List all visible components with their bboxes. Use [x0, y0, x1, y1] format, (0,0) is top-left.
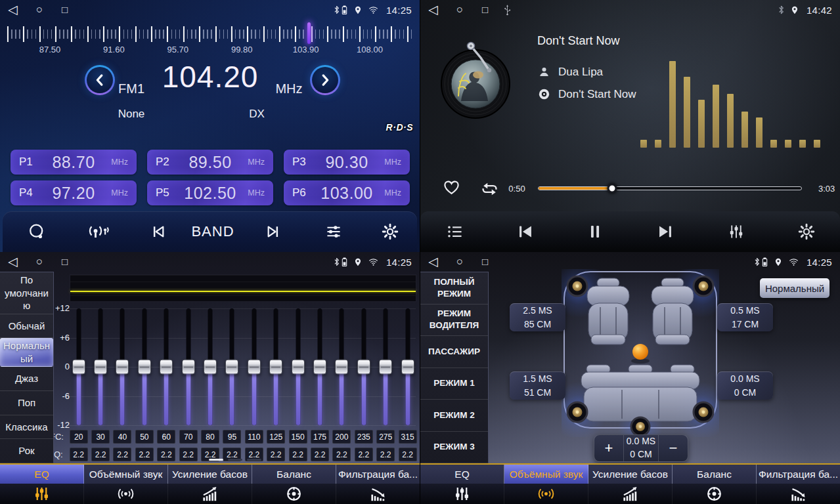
eq-preset-item-1[interactable]: Обычай — [0, 314, 53, 339]
tuner-scale[interactable]: 87.5091.6095.7099.80103.90108.00 — [0, 21, 420, 54]
preset-button-p3[interactable]: P390.30MHz — [284, 150, 410, 175]
eq-slider-knob[interactable] — [269, 360, 282, 375]
q-value-box[interactable]: 2.2 — [355, 448, 373, 461]
fc-value-box[interactable]: 20 — [70, 430, 88, 444]
listening-mode-item-3[interactable]: РЕЖИМ 1 — [420, 368, 488, 400]
audio-settings-button[interactable] — [325, 223, 343, 241]
balance-icon[interactable] — [252, 484, 336, 504]
eq-band-slider-12[interactable] — [335, 308, 348, 425]
tab-eq-sliders[interactable]: EQ — [0, 465, 84, 484]
page-indicator-dot[interactable] — [247, 459, 261, 461]
eq-band-slider-11[interactable] — [313, 308, 326, 425]
broadcast-button[interactable] — [87, 223, 110, 241]
increase-delay-button[interactable]: + — [594, 435, 623, 461]
eq-band-slider-2[interactable] — [116, 308, 129, 425]
q-value-box[interactable]: 2.2 — [135, 448, 154, 461]
eq-slider-knob[interactable] — [94, 360, 107, 375]
eq-slider-knob[interactable] — [182, 360, 195, 375]
eq-band-slider-6[interactable] — [204, 308, 217, 425]
eq-band-slider-9[interactable] — [269, 308, 282, 425]
tab-eq-sliders[interactable]: EQ — [420, 465, 504, 484]
fc-value-box[interactable]: 275 — [376, 430, 395, 444]
repeat-button[interactable] — [479, 180, 500, 198]
nav-recents-icon[interactable]: □ — [482, 0, 488, 20]
q-value-box[interactable]: 2.2 — [332, 448, 351, 461]
listening-mode-item-0[interactable]: ПОЛНЫЙ РЕЖИМ — [420, 272, 488, 304]
eq-band-slider-4[interactable] — [160, 308, 173, 425]
balance-icon[interactable] — [673, 484, 757, 504]
preset-button-p1[interactable]: P188.70MHz — [11, 150, 137, 175]
tab-filter[interactable]: Фильтрация ба... — [757, 465, 840, 484]
listening-mode-item-2[interactable]: ПАССАЖИР — [420, 336, 488, 368]
fc-value-box[interactable]: 175 — [311, 430, 329, 444]
q-value-box[interactable]: 2.2 — [157, 448, 175, 461]
fc-value-box[interactable]: 315 — [399, 430, 417, 444]
listening-mode-item-4[interactable]: РЕЖИМ 2 — [420, 400, 488, 432]
eq-slider-knob[interactable] — [379, 360, 392, 375]
settings-button[interactable] — [798, 223, 816, 241]
eq-slider-knob[interactable] — [401, 360, 414, 375]
eq-slider-knob[interactable] — [357, 360, 370, 375]
eq-slider-knob[interactable] — [204, 360, 217, 375]
eq-band-slider-5[interactable] — [182, 308, 195, 425]
filter-icon[interactable] — [336, 484, 420, 504]
eq-preset-item-6[interactable]: Рок — [0, 439, 53, 463]
nav-back-icon[interactable]: ◁ — [8, 252, 18, 272]
fc-value-box[interactable]: 50 — [135, 430, 154, 444]
nav-home-icon[interactable]: ○ — [456, 252, 463, 272]
fc-value-box[interactable]: 235 — [355, 430, 373, 444]
tab-balance[interactable]: Баланс — [252, 465, 336, 484]
page-indicator-dot[interactable] — [228, 459, 242, 461]
fc-value-box[interactable]: 80 — [201, 430, 219, 444]
decrease-delay-button[interactable]: − — [659, 435, 688, 461]
eq-sliders-icon[interactable] — [420, 484, 504, 504]
nav-recents-icon[interactable]: □ — [482, 252, 488, 272]
fc-value-box[interactable]: 40 — [113, 430, 131, 444]
q-value-box[interactable]: 2.2 — [399, 448, 417, 461]
eq-band-slider-3[interactable] — [138, 308, 151, 425]
equalizer-button[interactable] — [728, 223, 745, 241]
fc-value-box[interactable]: 60 — [157, 430, 175, 444]
previous-button[interactable] — [150, 223, 167, 241]
preset-button-p6[interactable]: P6103.00MHz — [284, 180, 410, 205]
next-button[interactable] — [265, 223, 282, 241]
bass-boost-icon[interactable] — [588, 484, 673, 504]
tab-bass-boost[interactable]: Усиление басов — [588, 465, 673, 484]
surround-sound-icon[interactable] — [84, 484, 168, 504]
preset-button-p4[interactable]: P497.20MHz — [11, 180, 137, 205]
progress-bar[interactable] — [538, 186, 802, 190]
listening-mode-item-5[interactable]: РЕЖИМ 3 — [420, 432, 488, 464]
q-value-box[interactable]: 2.2 — [70, 448, 88, 461]
eq-band-slider-0[interactable] — [72, 308, 85, 425]
delay-rear-left[interactable]: 1.5 MS 51 CM — [510, 371, 565, 400]
q-value-box[interactable]: 2.2 — [179, 448, 198, 461]
eq-slider-knob[interactable] — [225, 360, 238, 375]
tab-filter[interactable]: Фильтрация ба... — [336, 465, 420, 484]
eq-preset-item-0[interactable]: По умолчанию — [0, 272, 53, 314]
eq-slider-knob[interactable] — [313, 360, 326, 375]
eq-band-slider-1[interactable] — [94, 308, 107, 425]
q-value-box[interactable]: 2.2 — [113, 448, 131, 461]
fc-value-box[interactable]: 95 — [223, 430, 241, 444]
filter-icon[interactable] — [757, 484, 840, 504]
surround-sound-icon[interactable] — [504, 484, 588, 504]
nav-back-icon[interactable]: ◁ — [428, 0, 438, 20]
eq-band-slider-10[interactable] — [292, 308, 305, 425]
q-value-box[interactable]: 2.2 — [376, 448, 395, 461]
eq-slider-knob[interactable] — [72, 360, 85, 375]
q-value-box[interactable]: 2.2 — [91, 448, 110, 461]
settings-button[interactable] — [382, 223, 399, 241]
eq-preset-item-2[interactable]: Нормальный — [0, 338, 53, 367]
preset-button-p5[interactable]: P5102.50MHz — [147, 180, 273, 205]
previous-track-button[interactable] — [516, 222, 535, 242]
eq-slider-knob[interactable] — [248, 360, 261, 375]
next-track-button[interactable] — [656, 222, 675, 242]
preset-button-p2[interactable]: P289.50MHz — [147, 150, 273, 175]
tab-bass-boost[interactable]: Усиление басов — [168, 465, 252, 484]
page-indicator-dot[interactable] — [209, 459, 223, 461]
eq-sliders-icon[interactable] — [0, 484, 84, 504]
scan-button[interactable] — [28, 223, 46, 241]
fc-value-box[interactable]: 125 — [267, 430, 285, 444]
nav-recents-icon[interactable]: □ — [62, 0, 68, 20]
sound-preset-button[interactable]: Нормальный — [760, 278, 829, 298]
